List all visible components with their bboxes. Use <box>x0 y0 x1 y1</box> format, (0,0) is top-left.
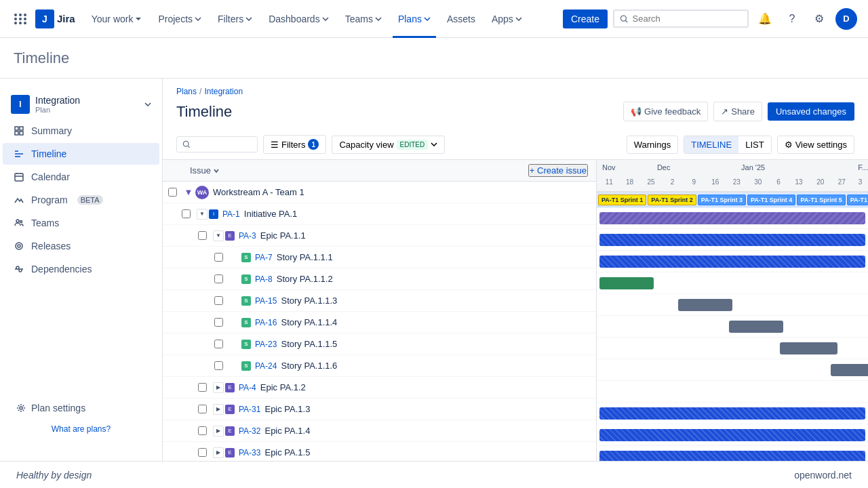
issues-search[interactable] <box>176 136 258 152</box>
gantt-sprints-bar: PA-T1 Sprint 1 PA-T1 Sprint 2 PA-T1 Spri… <box>597 192 868 207</box>
unsaved-changes-button[interactable]: Unsaved changes <box>768 102 854 121</box>
nav-dashboards[interactable]: Dashboards <box>263 0 334 38</box>
nav-teams[interactable]: Teams <box>340 0 387 38</box>
gantt-bar-story-pa113[interactable] <box>729 321 783 333</box>
issue-key-pa15[interactable]: PA-15 <box>255 296 277 306</box>
row-checkbox[interactable] <box>209 274 228 283</box>
row-checkbox[interactable] <box>193 426 212 435</box>
issue-key-pa16[interactable]: PA-16 <box>255 318 277 327</box>
give-feedback-button[interactable]: 📢 Give feedback <box>623 102 708 121</box>
nav-apps[interactable]: Apps <box>486 0 528 38</box>
issue-key-pa32[interactable]: PA-32 <box>239 426 260 436</box>
nav-your-work[interactable]: Your work <box>86 0 148 38</box>
row-checkbox[interactable] <box>209 361 228 370</box>
issue-key-pa23[interactable]: PA-23 <box>255 340 277 349</box>
row-expand-pa3[interactable]: ▼ <box>212 230 225 241</box>
search-box[interactable] <box>613 9 749 28</box>
svg-rect-2 <box>20 127 23 130</box>
row-expand-pa31[interactable]: ▶ <box>212 404 225 415</box>
warnings-button[interactable]: Warnings <box>627 136 678 154</box>
gantt-bar-story-pa111[interactable] <box>599 277 654 289</box>
gantt-bar-epic-pa11[interactable] <box>599 256 865 268</box>
create-button[interactable]: Create <box>563 9 608 28</box>
share-button[interactable]: ↗ Share <box>713 102 762 121</box>
row-checkbox[interactable] <box>209 340 228 348</box>
what-are-plans-link[interactable]: What are plans? <box>11 419 151 439</box>
sidebar-item-calendar[interactable]: Calendar <box>3 166 159 188</box>
row-checkbox[interactable] <box>193 231 212 240</box>
row-expand-pa33[interactable]: ▶ <box>212 447 225 458</box>
issue-title-pa7: Story PA.1.1.1 <box>277 252 333 262</box>
notifications-button[interactable]: 🔔 <box>754 8 776 30</box>
sidebar-item-releases[interactable]: Releases <box>3 235 159 257</box>
user-avatar[interactable]: D <box>835 8 857 30</box>
row-expand-pa1[interactable]: ▼ <box>195 209 209 220</box>
row-checkbox[interactable] <box>193 405 212 413</box>
gantt-bar-epic-pa13[interactable] <box>599 429 865 441</box>
gantt-bar-story-pa114[interactable] <box>780 342 837 354</box>
grid-menu-button[interactable] <box>11 9 30 28</box>
issue-key-pa3[interactable]: PA-3 <box>239 231 256 241</box>
gantt-bar-story-pa112[interactable] <box>678 299 732 311</box>
plan-settings-button[interactable]: Plan settings <box>11 397 151 419</box>
nav-plans[interactable]: Plans <box>393 0 436 38</box>
row-expand-team1[interactable]: ▼ <box>182 187 195 198</box>
gantt-bar-init[interactable] <box>599 234 865 246</box>
view-settings-button[interactable]: ⚙ View settings <box>777 136 854 154</box>
sidebar-item-program[interactable]: Program BETA <box>3 189 159 211</box>
gantt-bar-team[interactable] <box>599 212 865 224</box>
sidebar-item-timeline[interactable]: Timeline <box>3 143 159 165</box>
breadcrumb-integration[interactable]: Integration <box>204 87 243 96</box>
view-timeline-button[interactable]: TIMELINE <box>684 136 738 153</box>
issue-key-pa4[interactable]: PA-4 <box>239 383 256 392</box>
row-checkbox[interactable] <box>176 209 195 218</box>
gantt-bar-epic-pa14[interactable] <box>599 451 865 462</box>
filters-button[interactable]: ☰ Filters 1 <box>263 135 326 154</box>
row-content-pa1: I PA-1 Initiative PA.1 <box>209 209 596 219</box>
gantt-bar-story-pa115[interactable] <box>831 364 868 376</box>
issue-key-pa8[interactable]: PA-8 <box>255 274 273 284</box>
sidebar-item-summary[interactable]: Summary <box>3 120 159 142</box>
issues-search-input[interactable] <box>193 140 248 149</box>
search-input[interactable] <box>633 14 742 24</box>
issue-column-header[interactable]: Issue <box>190 165 219 176</box>
sidebar-calendar-label: Calendar <box>31 171 70 182</box>
issue-key-pa31[interactable]: PA-31 <box>239 405 260 414</box>
nav-assets[interactable]: Assets <box>441 0 481 38</box>
sidebar-item-teams[interactable]: Teams <box>3 212 159 234</box>
row-checkbox[interactable] <box>209 253 228 262</box>
row-expand-pa32[interactable]: ▶ <box>212 426 225 436</box>
view-list-button[interactable]: LIST <box>738 136 770 153</box>
jira-logo[interactable]: J Jira <box>35 9 75 28</box>
issue-key-pa24[interactable]: PA-24 <box>255 361 277 371</box>
create-issue-button[interactable]: + Create issue <box>528 164 588 177</box>
sprint-1-bar[interactable]: PA-T1 Sprint 1 <box>598 195 646 205</box>
issue-key-pa33[interactable]: PA-33 <box>239 448 260 458</box>
issue-key-pa7[interactable]: PA-7 <box>255 253 273 262</box>
sprint-6-bar[interactable]: PA-T1 Sprint 6 <box>847 195 868 205</box>
row-checkbox[interactable] <box>193 448 212 457</box>
view-toggle: TIMELINE LIST <box>684 136 771 154</box>
row-checkbox[interactable] <box>193 383 212 392</box>
row-checkbox[interactable] <box>209 296 228 305</box>
help-button[interactable]: ? <box>781 8 803 30</box>
sprint-2-bar[interactable]: PA-T1 Sprint 2 <box>648 195 696 205</box>
row-expand-pa4[interactable]: ▶ <box>212 382 225 393</box>
breadcrumb-plans[interactable]: Plans <box>176 87 197 96</box>
sprint-5-bar[interactable]: PA-T1 Sprint 5 <box>797 195 845 205</box>
sidebar-item-dependencies[interactable]: Dependencies <box>3 258 159 280</box>
row-checkbox[interactable] <box>209 318 228 327</box>
issue-key-pa1[interactable]: PA-1 <box>222 209 240 219</box>
row-checkbox[interactable] <box>163 188 182 197</box>
sprint-4-bar[interactable]: PA-T1 Sprint 4 <box>747 195 795 205</box>
sidebar-project[interactable]: I Integration Plan <box>0 89 162 119</box>
sprint-2-label: PA-T1 Sprint 2 <box>651 197 692 203</box>
timeline-body: Issue + Create issue ▼ <box>163 160 868 461</box>
week-2: 2 <box>662 178 684 186</box>
nav-filters[interactable]: Filters <box>212 0 258 38</box>
settings-button[interactable]: ⚙ <box>808 8 830 30</box>
capacity-view-button[interactable]: Capacity view EDITED <box>332 136 445 154</box>
sprint-3-bar[interactable]: PA-T1 Sprint 3 <box>698 195 746 205</box>
gantt-bar-epic-pa12[interactable] <box>599 407 865 420</box>
nav-projects[interactable]: Projects <box>153 0 207 38</box>
